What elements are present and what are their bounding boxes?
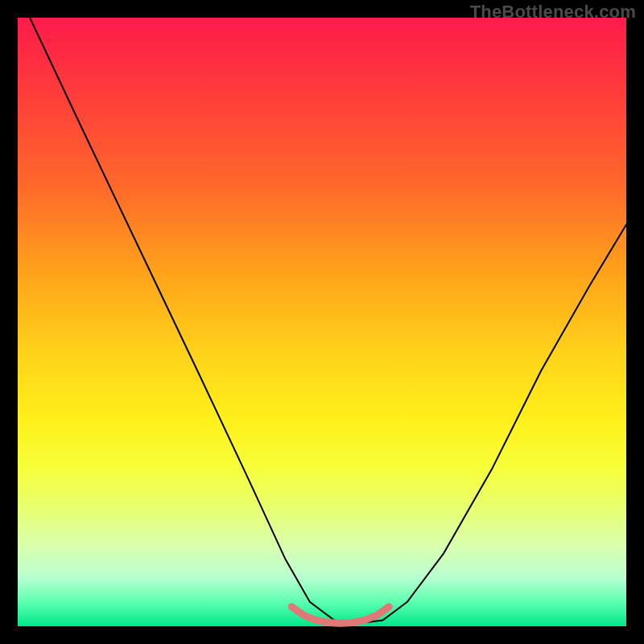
curve-svg — [18, 18, 626, 626]
chart-frame: TheBottleneck.com — [0, 0, 644, 644]
watermark-text: TheBottleneck.com — [470, 2, 636, 23]
bottleneck-curve — [30, 18, 626, 623]
plot-area — [18, 18, 626, 626]
